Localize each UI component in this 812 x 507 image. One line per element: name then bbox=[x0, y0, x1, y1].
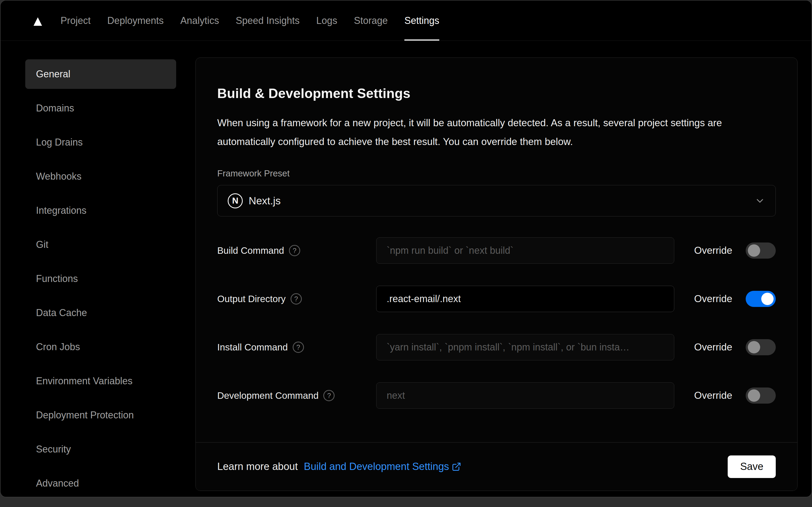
settings-rows: Build Command ? Override Output Director… bbox=[217, 237, 776, 409]
development-command-label: Development Command bbox=[217, 390, 318, 401]
sidebar-item-advanced[interactable]: Advanced bbox=[25, 468, 176, 497]
help-icon[interactable]: ? bbox=[293, 342, 304, 353]
toggle-knob bbox=[748, 244, 760, 257]
sidebar-item-domains[interactable]: Domains bbox=[25, 94, 176, 123]
sidebar-item-git[interactable]: Git bbox=[25, 230, 176, 260]
development-command-input[interactable] bbox=[376, 382, 674, 409]
nav-tabs: Project Deployments Analytics Speed Insi… bbox=[60, 1, 439, 41]
learn-more-text: Learn more about Build and Development S… bbox=[217, 461, 461, 472]
sidebar-item-data-cache[interactable]: Data Cache bbox=[25, 298, 176, 328]
override-label: Override bbox=[694, 245, 732, 256]
sidebar-item-functions[interactable]: Functions bbox=[25, 264, 176, 293]
sidebar-item-cron-jobs[interactable]: Cron Jobs bbox=[25, 332, 176, 362]
settings-sidebar: General Domains Log Drains Webhooks Inte… bbox=[25, 59, 176, 497]
chevron-down-icon bbox=[755, 195, 765, 206]
install-command-input[interactable] bbox=[376, 334, 674, 360]
card-footer: Learn more about Build and Development S… bbox=[196, 442, 797, 491]
help-icon[interactable]: ? bbox=[323, 390, 335, 401]
sidebar-item-security[interactable]: Security bbox=[25, 435, 176, 464]
top-nav: ▲ Project Deployments Analytics Speed In… bbox=[1, 1, 811, 41]
override-group: Override bbox=[694, 339, 776, 355]
nav-tab-speed-insights[interactable]: Speed Insights bbox=[236, 1, 300, 41]
framework-preset-value: Next.js bbox=[249, 195, 281, 207]
toggle-knob bbox=[748, 341, 760, 353]
output-directory-override-toggle[interactable] bbox=[746, 291, 776, 307]
nav-tab-deployments[interactable]: Deployments bbox=[107, 1, 164, 41]
nav-tab-analytics[interactable]: Analytics bbox=[180, 1, 219, 41]
build-command-label: Build Command bbox=[217, 245, 284, 256]
learn-more-prefix: Learn more about bbox=[217, 461, 301, 472]
framework-preset-label: Framework Preset bbox=[217, 168, 776, 179]
override-group: Override bbox=[694, 291, 776, 307]
build-command-row: Build Command ? Override bbox=[217, 237, 776, 264]
nav-tab-logs[interactable]: Logs bbox=[316, 1, 337, 41]
build-command-override-toggle[interactable] bbox=[746, 242, 776, 259]
override-group: Override bbox=[694, 242, 776, 259]
override-group: Override bbox=[694, 388, 776, 404]
external-link-icon bbox=[452, 462, 461, 471]
nextjs-logo-icon: N bbox=[228, 193, 243, 208]
override-label: Override bbox=[694, 342, 732, 353]
override-label: Override bbox=[694, 293, 732, 304]
help-icon[interactable]: ? bbox=[289, 245, 300, 256]
install-command-override-toggle[interactable] bbox=[746, 339, 776, 355]
vercel-logo-icon[interactable]: ▲ bbox=[31, 1, 45, 41]
development-command-override-toggle[interactable] bbox=[746, 388, 776, 404]
page-title: Build & Development Settings bbox=[217, 86, 776, 101]
app-window: ▲ Project Deployments Analytics Speed In… bbox=[0, 0, 812, 497]
sidebar-item-webhooks[interactable]: Webhooks bbox=[25, 162, 176, 191]
development-command-row: Development Command ? Override bbox=[217, 382, 776, 409]
row-label: Install Command ? bbox=[217, 342, 376, 353]
toggle-knob bbox=[761, 293, 773, 305]
card-body: Build & Development Settings When using … bbox=[196, 58, 797, 442]
save-button[interactable]: Save bbox=[728, 455, 776, 478]
install-command-label: Install Command bbox=[217, 342, 288, 353]
row-label: Build Command ? bbox=[217, 245, 376, 256]
nav-tab-storage[interactable]: Storage bbox=[354, 1, 388, 41]
sidebar-item-log-drains[interactable]: Log Drains bbox=[25, 127, 176, 157]
output-directory-input[interactable] bbox=[376, 286, 674, 312]
override-label: Override bbox=[694, 390, 732, 401]
sidebar-item-deployment-protection[interactable]: Deployment Protection bbox=[25, 400, 176, 430]
nav-tab-settings[interactable]: Settings bbox=[404, 1, 439, 41]
build-dev-settings-card: Build & Development Settings When using … bbox=[195, 57, 798, 491]
sidebar-item-general[interactable]: General bbox=[25, 59, 176, 89]
card-description: When using a framework for a new project… bbox=[217, 114, 776, 151]
build-dev-settings-link[interactable]: Build and Development Settings bbox=[304, 461, 462, 472]
output-directory-row: Output Directory ? Override bbox=[217, 286, 776, 312]
row-label: Output Directory ? bbox=[217, 293, 376, 304]
sidebar-item-environment-variables[interactable]: Environment Variables bbox=[25, 366, 176, 396]
sidebar-item-integrations[interactable]: Integrations bbox=[25, 196, 176, 225]
row-label: Development Command ? bbox=[217, 390, 376, 401]
help-icon[interactable]: ? bbox=[291, 293, 302, 304]
build-command-input[interactable] bbox=[376, 237, 674, 264]
install-command-row: Install Command ? Override bbox=[217, 334, 776, 360]
toggle-knob bbox=[748, 389, 760, 402]
nav-tab-project[interactable]: Project bbox=[60, 1, 91, 41]
output-directory-label: Output Directory bbox=[217, 293, 286, 304]
framework-preset-select[interactable]: N Next.js bbox=[217, 185, 776, 216]
